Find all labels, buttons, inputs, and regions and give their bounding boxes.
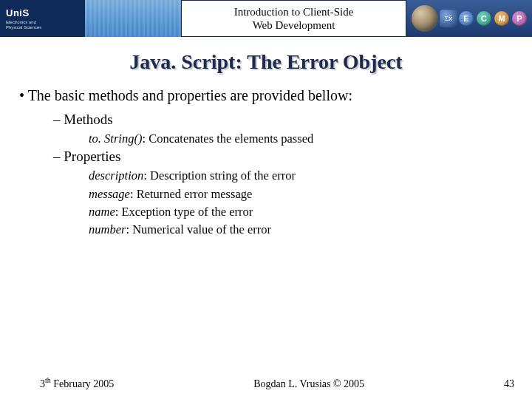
university-text: UniS [6,7,30,18]
property-name: name [89,205,115,219]
sigma-icon: Σx̄ [440,10,457,27]
building-photo [85,0,181,37]
slide-footer: 3th February 2005 Bogdan L. Vrusias © 20… [0,376,532,390]
property-item: message: Returned error message [89,186,517,202]
property-desc: Numerical value of the error [132,222,271,236]
slide-header: UniS Electronics and Physical Sciences I… [0,0,532,37]
slide-body: Java. Script: The Error Object • The bas… [0,37,532,238]
method-desc: Concatenates the elements passed [149,132,313,146]
badge-c: C [477,11,491,26]
property-desc: Returned error message [137,187,253,201]
badge-m: M [494,11,509,26]
slide-title: Java. Script: The Error Object [15,50,517,74]
badge-e: E [459,11,474,26]
header-decor: Σx̄ E C M P [406,0,532,37]
property-desc: Description string of the error [150,168,296,183]
planet-icon [412,5,438,32]
intro-bullet: • The basic methods and properties are p… [19,87,517,104]
footer-date: 3th February 2005 [40,376,114,390]
property-name: message [89,187,130,201]
property-item: number: Numerical value of the error [89,222,517,238]
department-text: Electronics and Physical Sciences [6,20,41,30]
badge-row: E C M P [459,11,527,26]
course-title: Introduction to Client-Side Web Developm… [181,0,406,37]
methods-heading: – Methods [53,112,517,128]
footer-page-number: 43 [504,378,514,390]
property-name: description [89,168,143,183]
properties-heading: – Properties [53,149,517,165]
property-name: number [89,222,126,236]
property-item: description: Description string of the e… [89,168,517,184]
method-name: to. String() [89,132,142,146]
footer-author: Bogdan L. Vrusias © 2005 [253,378,364,390]
property-item: name: Exception type of the error [89,204,517,220]
property-desc: Exception type of the error [121,205,253,219]
intro-text: The basic methods and properties are pro… [28,87,352,103]
badge-p: P [512,11,527,26]
method-item: to. String(): Concatenates the elements … [89,131,517,147]
university-logo: UniS Electronics and Physical Sciences [0,0,85,37]
